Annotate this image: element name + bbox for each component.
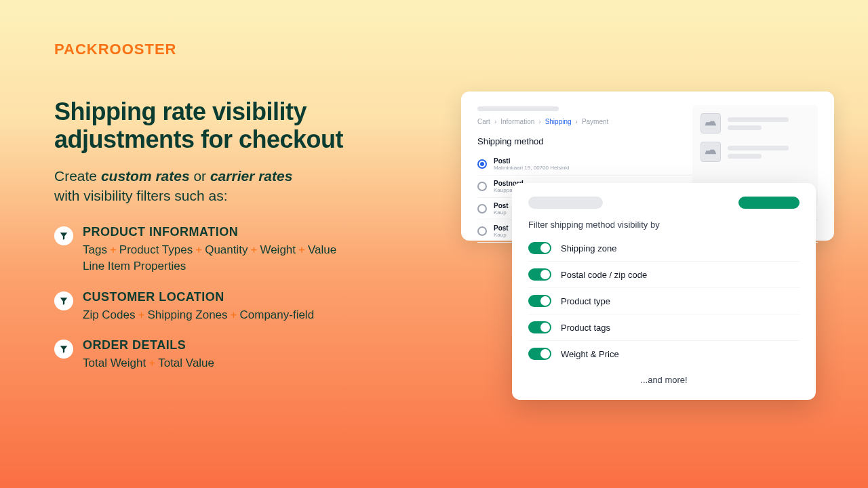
filter-label: Product type xyxy=(561,296,610,306)
subheadline: Create custom rates or carrier rates wit… xyxy=(54,166,434,206)
toggle-switch[interactable] xyxy=(528,321,551,333)
filter-row: Product type xyxy=(528,288,800,314)
feature-desc: Tags+Product Types+Quantity+Weight+Value… xyxy=(83,242,434,275)
filter-row: Product tags xyxy=(528,314,800,341)
radio-icon[interactable] xyxy=(477,159,487,169)
feature-title: CUSTOMER LOCATION xyxy=(83,290,434,304)
filter-row: Postal code / zip code xyxy=(528,262,800,288)
cart-thumbnail xyxy=(701,142,721,162)
filter-label: Shipping zone xyxy=(561,243,616,253)
filter-settings-card: Filter shipping method visibility by Shi… xyxy=(512,183,816,400)
toggle-switch[interactable] xyxy=(528,295,551,307)
toggle-switch[interactable] xyxy=(528,348,551,360)
skeleton-pill xyxy=(528,197,603,209)
filter-icon xyxy=(54,291,73,310)
filters-more-label: ...and more! xyxy=(528,367,800,388)
save-button[interactable] xyxy=(738,197,800,209)
filter-label: Product tags xyxy=(561,323,610,333)
feature-desc: Total Weight+Total Value xyxy=(83,355,434,372)
breadcrumb-item[interactable]: Payment xyxy=(582,118,608,125)
toggle-switch[interactable] xyxy=(528,242,551,254)
filter-icon xyxy=(54,340,73,359)
breadcrumb-item[interactable]: Shipping xyxy=(545,118,572,125)
feature-title: ORDER DETAILS xyxy=(83,338,434,352)
filter-icon xyxy=(54,226,73,245)
skeleton-line xyxy=(477,106,559,111)
cart-thumbnail xyxy=(701,113,721,134)
radio-icon[interactable] xyxy=(477,226,487,236)
filter-label: Postal code / zip code xyxy=(561,270,647,280)
radio-icon[interactable] xyxy=(477,204,487,214)
breadcrumb-item[interactable]: Information xyxy=(500,118,534,125)
headline: Shipping rate visibility adjustments for… xyxy=(54,98,434,154)
toggle-switch[interactable] xyxy=(528,268,551,281)
filter-row: Weight & Price xyxy=(528,341,800,367)
filter-row: Shipping zone xyxy=(528,235,800,262)
breadcrumb-item[interactable]: Cart xyxy=(477,118,490,125)
feature-title: PRODUCT INFORMATION xyxy=(83,225,434,239)
marketing-copy: Shipping rate visibility adjustments for… xyxy=(54,98,434,387)
brand-logo: PACKROOSTER xyxy=(54,41,177,58)
feature-desc: Zip Codes+Shipping Zones+Company-field xyxy=(83,307,434,324)
filter-panel-title: Filter shipping method visibility by xyxy=(528,220,800,230)
filter-label: Weight & Price xyxy=(561,349,619,359)
radio-icon[interactable] xyxy=(477,182,487,191)
